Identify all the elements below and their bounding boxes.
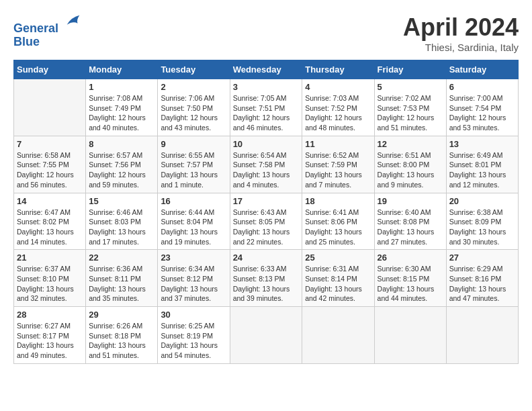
day-number: 20 [449,196,515,206]
day-detail: Sunrise: 6:58 AMSunset: 7:55 PMDaylight:… [17,150,83,190]
day-number: 15 [89,196,154,206]
calendar-cell: 11Sunrise: 6:52 AMSunset: 7:59 PMDayligh… [302,136,374,193]
day-number: 2 [161,82,226,92]
day-number: 3 [233,82,300,92]
day-detail: Sunrise: 6:52 AMSunset: 7:59 PMDaylight:… [305,150,371,190]
day-detail: Sunrise: 7:08 AMSunset: 7:49 PMDaylight:… [89,93,154,133]
calendar-cell: 5Sunrise: 7:02 AMSunset: 7:53 PMDaylight… [374,79,446,136]
day-detail: Sunrise: 6:33 AMSunset: 8:13 PMDaylight:… [233,264,300,304]
day-detail: Sunrise: 6:38 AMSunset: 8:09 PMDaylight:… [449,208,515,247]
logo: General Blue [13,13,83,49]
day-detail: Sunrise: 6:51 AMSunset: 8:00 PMDaylight:… [378,150,443,190]
calendar-cell: 12Sunrise: 6:51 AMSunset: 8:00 PMDayligh… [374,136,446,193]
day-number: 4 [305,82,371,92]
weekday-header-monday: Monday [86,60,158,79]
day-number: 23 [161,253,226,263]
logo-blue: Blue [13,35,40,48]
calendar-cell: 14Sunrise: 6:47 AMSunset: 8:02 PMDayligh… [14,193,86,250]
calendar-week-3: 14Sunrise: 6:47 AMSunset: 8:02 PMDayligh… [14,193,519,250]
weekday-header-friday: Friday [374,60,446,79]
day-detail: Sunrise: 6:34 AMSunset: 8:12 PMDaylight:… [161,264,226,304]
calendar-cell: 20Sunrise: 6:38 AMSunset: 8:09 PMDayligh… [446,193,518,250]
logo-general: General [13,21,58,35]
day-number: 10 [233,139,300,149]
day-number: 12 [378,139,443,149]
day-number: 27 [449,253,515,263]
day-number: 22 [89,253,154,263]
day-detail: Sunrise: 6:27 AMSunset: 8:17 PMDaylight:… [17,321,83,361]
logo-bird-icon [64,12,83,31]
calendar-cell: 16Sunrise: 6:44 AMSunset: 8:04 PMDayligh… [158,193,230,250]
day-number: 1 [89,82,154,92]
day-detail: Sunrise: 6:57 AMSunset: 7:56 PMDaylight:… [89,150,154,190]
weekday-header-wednesday: Wednesday [230,60,302,79]
calendar-cell: 23Sunrise: 6:34 AMSunset: 8:12 PMDayligh… [158,250,230,307]
weekday-header-sunday: Sunday [14,60,86,79]
page-header: General Blue April 2024 Thiesi, Sardinia… [13,13,519,53]
day-detail: Sunrise: 6:26 AMSunset: 8:18 PMDaylight:… [89,321,154,361]
day-detail: Sunrise: 6:55 AMSunset: 7:57 PMDaylight:… [161,150,226,190]
day-number: 16 [161,196,226,206]
day-number: 9 [161,139,226,149]
day-detail: Sunrise: 6:40 AMSunset: 8:08 PMDaylight:… [378,208,443,247]
calendar-cell: 18Sunrise: 6:41 AMSunset: 8:06 PMDayligh… [302,193,374,250]
calendar-cell: 9Sunrise: 6:55 AMSunset: 7:57 PMDaylight… [158,136,230,193]
day-detail: Sunrise: 6:46 AMSunset: 8:03 PMDaylight:… [89,208,154,247]
day-detail: Sunrise: 6:47 AMSunset: 8:02 PMDaylight:… [17,208,83,247]
calendar-week-1: 1Sunrise: 7:08 AMSunset: 7:49 PMDaylight… [14,79,519,136]
calendar-cell: 8Sunrise: 6:57 AMSunset: 7:56 PMDaylight… [86,136,158,193]
calendar-cell: 13Sunrise: 6:49 AMSunset: 8:01 PMDayligh… [446,136,518,193]
day-number: 28 [17,310,83,320]
day-number: 8 [89,139,154,149]
day-number: 25 [305,253,371,263]
calendar-cell [446,307,518,364]
calendar-cell: 2Sunrise: 7:06 AMSunset: 7:50 PMDaylight… [158,79,230,136]
calendar-cell [230,307,302,364]
calendar-cell: 24Sunrise: 6:33 AMSunset: 8:13 PMDayligh… [230,250,302,307]
day-number: 14 [17,196,83,206]
day-detail: Sunrise: 6:43 AMSunset: 8:05 PMDaylight:… [233,208,300,247]
day-detail: Sunrise: 6:29 AMSunset: 8:16 PMDaylight:… [449,264,515,304]
month-title: April 2024 [403,13,519,42]
title-block: April 2024 Thiesi, Sardinia, Italy [403,13,519,53]
weekday-header-row: SundayMondayTuesdayWednesdayThursdayFrid… [14,60,519,79]
calendar-cell: 22Sunrise: 6:36 AMSunset: 8:11 PMDayligh… [86,250,158,307]
day-detail: Sunrise: 6:25 AMSunset: 8:19 PMDaylight:… [161,321,226,361]
calendar-cell: 10Sunrise: 6:54 AMSunset: 7:58 PMDayligh… [230,136,302,193]
calendar-cell [374,307,446,364]
day-number: 5 [378,82,443,92]
calendar-cell: 6Sunrise: 7:00 AMSunset: 7:54 PMDaylight… [446,79,518,136]
calendar-cell: 3Sunrise: 7:05 AMSunset: 7:51 PMDaylight… [230,79,302,136]
calendar-cell: 15Sunrise: 6:46 AMSunset: 8:03 PMDayligh… [86,193,158,250]
day-number: 11 [305,139,371,149]
weekday-header-tuesday: Tuesday [158,60,230,79]
day-detail: Sunrise: 6:49 AMSunset: 8:01 PMDaylight:… [449,150,515,190]
calendar-cell: 19Sunrise: 6:40 AMSunset: 8:08 PMDayligh… [374,193,446,250]
day-number: 29 [89,310,154,320]
day-detail: Sunrise: 7:00 AMSunset: 7:54 PMDaylight:… [449,93,515,133]
calendar-cell: 25Sunrise: 6:31 AMSunset: 8:14 PMDayligh… [302,250,374,307]
calendar-cell: 27Sunrise: 6:29 AMSunset: 8:16 PMDayligh… [446,250,518,307]
calendar-week-4: 21Sunrise: 6:37 AMSunset: 8:10 PMDayligh… [14,250,519,307]
location-subtitle: Thiesi, Sardinia, Italy [403,42,519,53]
day-number: 30 [161,310,226,320]
day-detail: Sunrise: 6:41 AMSunset: 8:06 PMDaylight:… [305,208,371,247]
day-number: 24 [233,253,300,263]
day-number: 17 [233,196,300,206]
calendar-cell: 4Sunrise: 7:03 AMSunset: 7:52 PMDaylight… [302,79,374,136]
day-detail: Sunrise: 7:03 AMSunset: 7:52 PMDaylight:… [305,93,371,133]
calendar-cell: 21Sunrise: 6:37 AMSunset: 8:10 PMDayligh… [14,250,86,307]
day-number: 7 [17,139,83,149]
day-detail: Sunrise: 7:06 AMSunset: 7:50 PMDaylight:… [161,93,226,133]
calendar-week-5: 28Sunrise: 6:27 AMSunset: 8:17 PMDayligh… [14,307,519,364]
weekday-header-thursday: Thursday [302,60,374,79]
day-detail: Sunrise: 6:54 AMSunset: 7:58 PMDaylight:… [233,150,300,190]
day-detail: Sunrise: 7:02 AMSunset: 7:53 PMDaylight:… [378,93,443,133]
day-detail: Sunrise: 6:30 AMSunset: 8:15 PMDaylight:… [378,264,443,304]
calendar-cell: 7Sunrise: 6:58 AMSunset: 7:55 PMDaylight… [14,136,86,193]
calendar-cell: 28Sunrise: 6:27 AMSunset: 8:17 PMDayligh… [14,307,86,364]
day-number: 18 [305,196,371,206]
calendar-cell: 17Sunrise: 6:43 AMSunset: 8:05 PMDayligh… [230,193,302,250]
day-detail: Sunrise: 7:05 AMSunset: 7:51 PMDaylight:… [233,93,300,133]
day-detail: Sunrise: 6:37 AMSunset: 8:10 PMDaylight:… [17,264,83,304]
